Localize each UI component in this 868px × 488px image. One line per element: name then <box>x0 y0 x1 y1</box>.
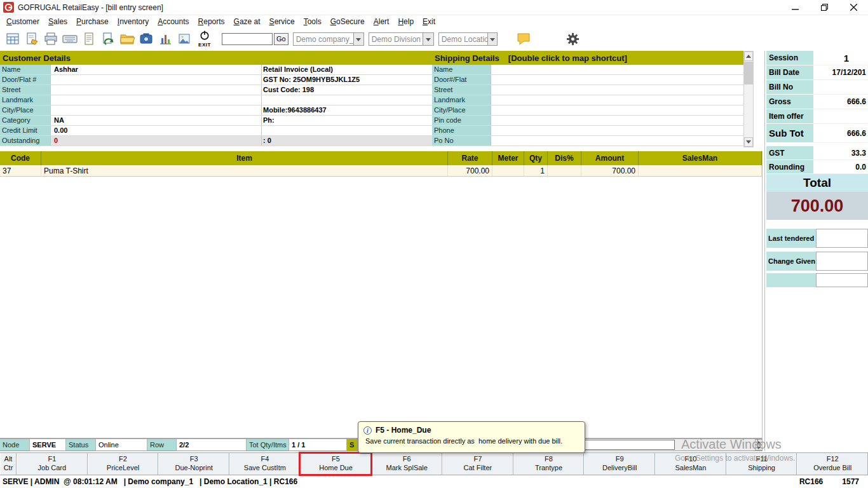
fkey-f3-due-noprint[interactable]: F3Due-Noprint <box>158 453 229 475</box>
go-button[interactable]: Go <box>274 33 288 45</box>
status-input[interactable] <box>585 440 675 450</box>
refresh-document-icon[interactable] <box>98 30 118 48</box>
scroll-up-icon[interactable] <box>744 51 753 61</box>
fkey-f6-mark-splsale[interactable]: F6Mark SplSale <box>371 453 442 475</box>
shipping-landmark-field[interactable] <box>491 95 743 105</box>
fkey-f12-overdue-bill[interactable]: F12Overdue Bill <box>797 453 868 475</box>
fkey-f8-trantype[interactable]: F8Trantype <box>513 453 585 475</box>
session-value: 1 <box>813 51 868 65</box>
field-label: Street <box>0 85 51 95</box>
invoice-type-value: Retail Invoice (Local) <box>262 65 432 74</box>
new-bill-icon[interactable] <box>22 30 41 48</box>
category-value[interactable]: NA <box>51 116 262 125</box>
gear-icon[interactable] <box>564 30 583 48</box>
terminal-code: RC166 <box>799 477 823 486</box>
chevron-down-icon <box>423 33 433 45</box>
shipping-pono-field[interactable] <box>491 136 743 146</box>
total-label: Total <box>766 174 868 192</box>
fkey-f4-save-custitm[interactable]: F4Save CustItm <box>229 453 301 475</box>
customer-name-value[interactable]: Ashhar <box>51 65 262 74</box>
item-salesman-cell <box>639 165 762 176</box>
location-dropdown[interactable]: Demo Location <box>438 32 498 46</box>
status-bar: SERVE | ADMIN @ 08:01:12 AM | Demo compa… <box>0 475 868 488</box>
field-label: Po No <box>432 136 491 146</box>
menu-exit[interactable]: Exit <box>418 17 440 27</box>
fkey-f1-jobcard[interactable]: F1Job Card <box>17 453 88 475</box>
col-header-dis: Dis% <box>548 151 581 165</box>
details-scrollbar[interactable] <box>743 51 754 147</box>
scroll-down-icon[interactable] <box>744 137 753 147</box>
scrollbar-thumb[interactable] <box>744 62 753 85</box>
menu-help[interactable]: Help <box>393 17 418 27</box>
image-icon[interactable] <box>175 30 194 48</box>
close-icon[interactable] <box>839 0 868 15</box>
keyboard-icon[interactable] <box>60 30 79 48</box>
fkey-f11-shipping[interactable]: F11Shipping <box>726 453 797 475</box>
retaileasy-window: GOFRUGAL RetailEasy - [bill entry screen… <box>0 0 868 488</box>
shipping-phone-field[interactable] <box>491 126 743 135</box>
rounding-value: 0.0 <box>813 160 868 174</box>
bill-no-label: Bill No <box>766 80 813 95</box>
fkey-f5-home-due[interactable]: F5Home Due <box>301 453 372 475</box>
field-label: Outstanding <box>0 136 51 146</box>
power-icon <box>198 30 211 42</box>
menu-customer[interactable]: Customer <box>2 17 44 27</box>
bill-date-value: 17/12/201 <box>813 65 868 80</box>
fkey-f9-deliverybill[interactable]: F9DeliveryBill <box>584 453 655 475</box>
restore-icon[interactable] <box>810 0 839 15</box>
chevron-down-icon <box>487 33 497 45</box>
shipping-name-field[interactable] <box>491 65 743 74</box>
menu-reports[interactable]: Reports <box>194 17 229 27</box>
item-row[interactable]: 37 Puma T-Shirt 700.00 1 700.00 <box>0 165 762 177</box>
pager-down-icon[interactable] <box>755 445 763 451</box>
shipping-city-field[interactable] <box>491 105 743 115</box>
fkey-f10-salesman[interactable]: F10SalesMan <box>655 453 726 475</box>
fkey-alt[interactable]: AltCtr <box>0 453 17 475</box>
camera-icon[interactable] <box>137 30 156 48</box>
chart-icon[interactable] <box>156 30 175 48</box>
shipping-row: Phone <box>432 126 743 136</box>
field-label: Landmark <box>432 95 491 105</box>
street-value[interactable] <box>51 85 262 95</box>
gross-label: Gross <box>766 95 813 109</box>
shipping-door-field[interactable] <box>491 75 743 85</box>
bill-entry-icon[interactable] <box>3 30 22 48</box>
extra-summary-cell <box>766 273 816 287</box>
notes-icon[interactable] <box>79 30 98 48</box>
fkey-f7-cat-filter[interactable]: F7Cat Filter <box>442 453 513 475</box>
menu-gosecure[interactable]: GoSecure <box>326 17 369 27</box>
pager-up-icon[interactable] <box>755 439 763 445</box>
exit-button[interactable]: EXIT <box>194 30 215 48</box>
menu-alert[interactable]: Alert <box>369 17 394 27</box>
fkey-f2-pricelevel[interactable]: F2PriceLevel <box>88 453 159 475</box>
menu-accounts[interactable]: Accounts <box>153 17 193 27</box>
menu-tools[interactable]: Tools <box>299 17 326 27</box>
item-dis-cell <box>548 165 581 176</box>
menu-inventory[interactable]: Inventory <box>113 17 153 27</box>
item-code-cell: 37 <box>0 165 41 176</box>
company-dropdown[interactable]: Demo company_ <box>293 32 364 46</box>
row-label: Row <box>147 439 177 451</box>
print-icon[interactable] <box>41 30 60 48</box>
folder-icon[interactable] <box>118 30 137 48</box>
city-place-value[interactable] <box>51 105 262 115</box>
session-info-text: SERVE | ADMIN @ 08:01:12 AM | Demo compa… <box>3 477 297 486</box>
menu-gaze-at[interactable]: Gaze at <box>229 17 265 27</box>
landmark-value[interactable] <box>51 95 262 105</box>
col-header-amount: Amount <box>581 151 639 165</box>
field-label: City/Place <box>0 105 51 115</box>
menu-purchase[interactable]: Purchase <box>72 17 113 27</box>
minimize-icon[interactable] <box>780 0 810 15</box>
quick-search-input[interactable] <box>222 33 273 45</box>
shipping-street-field[interactable] <box>491 85 743 95</box>
partial-cell: S <box>347 439 358 451</box>
field-label: Door#/Flat <box>432 75 491 85</box>
menu-sales[interactable]: Sales <box>44 17 72 27</box>
menu-service[interactable]: Service <box>265 17 299 27</box>
chat-icon[interactable] <box>514 30 533 48</box>
door-flat-value[interactable] <box>51 75 262 85</box>
shipping-pincode-field[interactable] <box>491 116 743 125</box>
division-dropdown[interactable]: Demo Division <box>369 32 434 46</box>
shipping-details-title: Shipping Details <box>435 53 499 63</box>
shipping-row: Street <box>432 85 743 95</box>
